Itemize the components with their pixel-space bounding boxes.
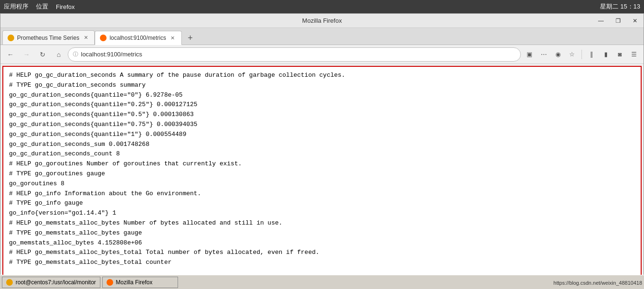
firefox-favicon-icon xyxy=(100,35,107,41)
url-text: localhost:9100/metrics xyxy=(81,51,142,58)
terminal-icon xyxy=(6,279,13,286)
metrics-line: # TYPE go_goroutines gauge xyxy=(9,169,635,179)
nav-right-buttons: ▣ ⋯ ◉ ☆ ‖ ▮ ◙ ☰ xyxy=(523,48,641,61)
sidebar-button[interactable]: ▮ xyxy=(599,48,612,61)
taskbar-url-hint: https://blog.csdn.net/weixin_48810418 xyxy=(554,278,642,287)
hamburger-menu-button[interactable]: ☰ xyxy=(627,48,641,61)
window-controls: — ❐ ✕ xyxy=(592,14,644,27)
tab-bar: Prometheus Time Series ✕ localhost:9100/… xyxy=(0,28,644,45)
metrics-line: go_gc_duration_seconds{quantile="0.75"} … xyxy=(9,120,635,130)
tab-prometheus-close-icon[interactable]: ✕ xyxy=(82,34,89,42)
os-menu-firefox[interactable]: Firefox xyxy=(56,3,75,10)
os-clock: 星期二 15：13 xyxy=(600,2,640,11)
metrics-line: # HELP go_info Information about the Go … xyxy=(9,189,635,199)
more-options-button[interactable]: ⋯ xyxy=(537,48,550,61)
metrics-line: go_gc_duration_seconds{quantile="0"} 6.9… xyxy=(9,90,635,100)
os-menu-apps[interactable]: 应用程序 xyxy=(4,2,28,11)
os-topbar: 应用程序 位置 Firefox 星期二 15：13 xyxy=(0,0,644,13)
bottom-taskbar: root@centos7:/usr/local/monitor Mozilla … xyxy=(0,275,644,289)
nav-bar: ← → ↻ ⌂ ⓘ localhost:9100/metrics ▣ ⋯ ◉ ☆… xyxy=(0,45,644,64)
close-button[interactable]: ✕ xyxy=(626,14,644,27)
nav-separator xyxy=(581,50,582,59)
tab-prometheus-label: Prometheus Time Series xyxy=(17,35,79,41)
forward-button[interactable]: → xyxy=(19,48,34,61)
metrics-line: # HELP go_memstats_alloc_bytes Number of… xyxy=(9,218,635,228)
metrics-line: go_memstats_alloc_bytes 4.152808e+06 xyxy=(9,238,635,248)
metrics-content: # HELP go_gc_duration_seconds A summary … xyxy=(2,66,642,277)
prometheus-favicon-icon xyxy=(8,35,14,41)
metrics-line: go_gc_duration_seconds_sum 0.001748268 xyxy=(9,140,635,150)
tab-metrics-label: localhost:9100/metrics xyxy=(109,35,166,41)
home-button[interactable]: ⌂ xyxy=(52,48,66,61)
bookmark-button[interactable]: ☆ xyxy=(565,48,579,61)
metrics-line: # HELP go_goroutines Number of goroutine… xyxy=(9,159,635,169)
taskbar-firefox[interactable]: Mozilla Firefox xyxy=(102,277,178,288)
back-button[interactable]: ← xyxy=(3,48,18,61)
metrics-line: go_gc_duration_seconds{quantile="0.25"} … xyxy=(9,100,635,110)
library-button[interactable]: ‖ xyxy=(585,48,598,61)
minimize-button[interactable]: — xyxy=(592,14,609,27)
shield-button[interactable]: ◉ xyxy=(551,48,564,61)
os-menu: 应用程序 位置 Firefox xyxy=(4,2,75,11)
taskbar-terminal-label: root@centos7:/usr/local/monitor xyxy=(16,279,96,286)
metrics-line: go_goroutines 8 xyxy=(9,179,635,189)
new-tab-button[interactable]: + xyxy=(184,31,197,45)
metrics-line: go_info{version="go1.14.4"} 1 xyxy=(9,208,635,218)
metrics-line: # TYPE go_memstats_alloc_bytes_total cou… xyxy=(9,258,635,268)
tab-metrics[interactable]: localhost:9100/metrics ✕ xyxy=(95,31,181,45)
tab-metrics-close-icon[interactable]: ✕ xyxy=(169,34,177,42)
taskbar-firefox-label: Mozilla Firefox xyxy=(116,279,152,286)
taskbar-terminal[interactable]: root@centos7:/usr/local/monitor xyxy=(2,277,100,288)
os-menu-position[interactable]: 位置 xyxy=(36,2,48,11)
os-topbar-right: 星期二 15：13 xyxy=(600,2,640,11)
metrics-line: # TYPE go_gc_duration_seconds summary xyxy=(9,81,635,90)
reader-view-button[interactable]: ▣ xyxy=(523,48,536,61)
firefox-taskbar-icon xyxy=(107,279,113,286)
metrics-line: go_gc_duration_seconds{quantile="0.5"} 0… xyxy=(9,110,635,120)
url-bar[interactable]: ⓘ localhost:9100/metrics xyxy=(68,47,521,62)
metrics-line: # TYPE go_memstats_alloc_bytes gauge xyxy=(9,228,635,238)
window-title: Mozilla Firefox xyxy=(302,17,342,24)
metrics-line: go_gc_duration_seconds{quantile="1"} 0.0… xyxy=(9,130,635,140)
tab-prometheus[interactable]: Prometheus Time Series ✕ xyxy=(2,30,95,45)
metrics-line: go_gc_duration_seconds_count 8 xyxy=(9,149,635,159)
firefox-window: Mozilla Firefox — ❐ ✕ Prometheus Time Se… xyxy=(0,13,644,289)
url-security-icon: ⓘ xyxy=(73,51,78,58)
title-bar: Mozilla Firefox — ❐ ✕ xyxy=(0,14,644,28)
metrics-line: # HELP go_memstats_alloc_bytes_total Tot… xyxy=(9,248,635,258)
taskbar-url-text: https://blog.csdn.net/weixin_48810418 xyxy=(554,280,642,286)
metrics-line: # TYPE go_info gauge xyxy=(9,199,635,208)
metrics-line: # HELP go_gc_duration_seconds A summary … xyxy=(9,71,635,81)
reload-button[interactable]: ↻ xyxy=(36,48,50,61)
maximize-button[interactable]: ❐ xyxy=(609,14,626,27)
sync-button[interactable]: ◙ xyxy=(613,48,626,61)
